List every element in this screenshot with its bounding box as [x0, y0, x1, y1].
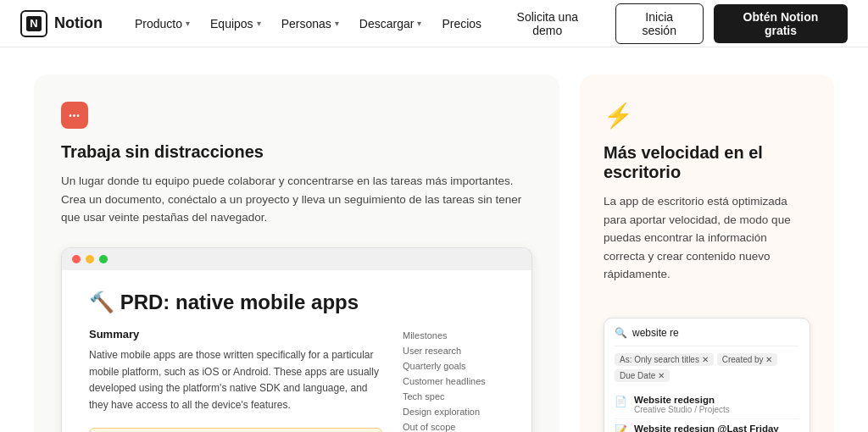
- card-right-desc: La app de escritorio está optimizada par…: [604, 192, 810, 284]
- result-text-block: Website redesign @Last Friday General / …: [634, 424, 799, 432]
- card-right: ⚡ Más velocidad en el escritorio La app …: [580, 75, 834, 432]
- browser-mock: 🔨 PRD: native mobile apps Summary Native…: [61, 247, 532, 432]
- chevron-down-icon: ▾: [186, 19, 190, 28]
- sidebar-menu-item: Out of scope: [403, 419, 504, 432]
- logo-icon: N: [20, 10, 47, 37]
- chevron-down-icon: ▾: [417, 19, 421, 28]
- chevron-down-icon: ▾: [335, 19, 339, 28]
- sidebar-menu-item: Tech spec: [403, 389, 504, 404]
- card-left-title: Trabaja sin distracciones: [61, 142, 532, 162]
- nav-item-descargar[interactable]: Descargar ▾: [351, 12, 431, 36]
- search-result-item: 📝 Website redesign @Last Friday General …: [615, 419, 799, 432]
- cta-button[interactable]: Obtén Notion gratis: [714, 4, 848, 43]
- dot-yellow: [86, 255, 94, 263]
- demo-button[interactable]: Solicita una demo: [490, 4, 604, 43]
- browser-bar: [62, 248, 531, 270]
- nav-actions: Solicita una demo Inicia sesión Obtén No…: [490, 3, 848, 44]
- logo-link[interactable]: N Notion: [20, 10, 103, 37]
- result-title: Website redesign: [634, 395, 799, 405]
- doc-summary-text: Native mobile apps are those written spe…: [89, 347, 382, 414]
- chevron-down-icon: ▾: [257, 19, 261, 28]
- search-query: website re: [632, 327, 679, 339]
- search-results: 📄 Website redesign Creative Studio / Pro…: [615, 390, 799, 432]
- doc-content: 🔨 PRD: native mobile apps Summary Native…: [62, 270, 531, 432]
- sidebar-menu-item: Customer headlines: [403, 374, 504, 389]
- result-text-block: Website redesign Creative Studio / Proje…: [634, 395, 799, 414]
- search-result-item: 📄 Website redesign Creative Studio / Pro…: [615, 390, 799, 419]
- result-title: Website redesign @Last Friday: [634, 424, 799, 432]
- nav-label-precios: Precios: [442, 17, 481, 30]
- sidebar-menu-item: User research: [403, 343, 504, 358]
- login-button[interactable]: Inicia sesión: [615, 3, 704, 44]
- card-right-title: Más velocidad en el escritorio: [604, 143, 810, 182]
- dot-red: [72, 255, 81, 263]
- filter-chip[interactable]: As: Only search titles ✕: [615, 353, 714, 366]
- card-left: Trabaja sin distracciones Un lugar donde…: [34, 75, 559, 432]
- doc-title: 🔨 PRD: native mobile apps: [89, 291, 504, 314]
- nav-item-equipos[interactable]: Equipos ▾: [202, 12, 270, 36]
- sidebar-menu-item: Quarterly goals: [403, 358, 504, 374]
- dot-green: [99, 255, 108, 263]
- search-filters: As: Only search titles ✕Created by ✕Due …: [615, 353, 799, 382]
- search-box-mock: 🔍 website re As: Only search titles ✕Cre…: [604, 318, 810, 432]
- doc-highlight: ⭐ North star: achieve app store reviews …: [89, 428, 382, 432]
- sidebar-menu-item: Design exploration: [403, 404, 504, 419]
- filter-chip[interactable]: Due Date ✕: [615, 369, 670, 382]
- doc-sidebar-menu: MilestonesUser researchQuarterly goalsCu…: [403, 328, 504, 432]
- lightning-icon: ⚡: [604, 102, 810, 130]
- search-icon: 🔍: [615, 327, 627, 339]
- nav-item-personas[interactable]: Personas ▾: [273, 12, 348, 36]
- card-left-desc: Un lugar donde tu equipo puede colaborar…: [61, 172, 532, 227]
- result-doc-icon: 📄: [615, 396, 627, 407]
- sidebar-menu-item: Milestones: [403, 328, 504, 343]
- nav-label-personas: Personas: [281, 17, 331, 30]
- nav-label-equipos: Equipos: [210, 17, 253, 30]
- doc-body: Summary Native mobile apps are those wri…: [89, 328, 504, 432]
- filter-chip[interactable]: Created by ✕: [717, 353, 778, 366]
- nav-label-producto: Producto: [135, 17, 182, 30]
- red-icon: [61, 102, 88, 129]
- result-doc-icon: 📝: [615, 424, 627, 432]
- search-input-row: 🔍 website re: [615, 327, 799, 346]
- doc-summary-heading: Summary: [89, 328, 382, 341]
- nav-links: Producto ▾ Equipos ▾ Personas ▾ Descarga…: [126, 12, 490, 36]
- svg-text:N: N: [30, 16, 37, 29]
- doc-main: Summary Native mobile apps are those wri…: [89, 328, 382, 432]
- nav-label-descargar: Descargar: [359, 17, 415, 30]
- main-content: Trabaja sin distracciones Un lugar donde…: [0, 47, 868, 432]
- navbar: N Notion Producto ▾ Equipos ▾ Personas ▾…: [0, 0, 868, 47]
- nav-item-precios[interactable]: Precios: [433, 12, 490, 36]
- logo-text: Notion: [54, 14, 103, 32]
- result-subtitle: Creative Studio / Projects: [634, 405, 799, 414]
- nav-item-producto[interactable]: Producto ▾: [126, 12, 198, 36]
